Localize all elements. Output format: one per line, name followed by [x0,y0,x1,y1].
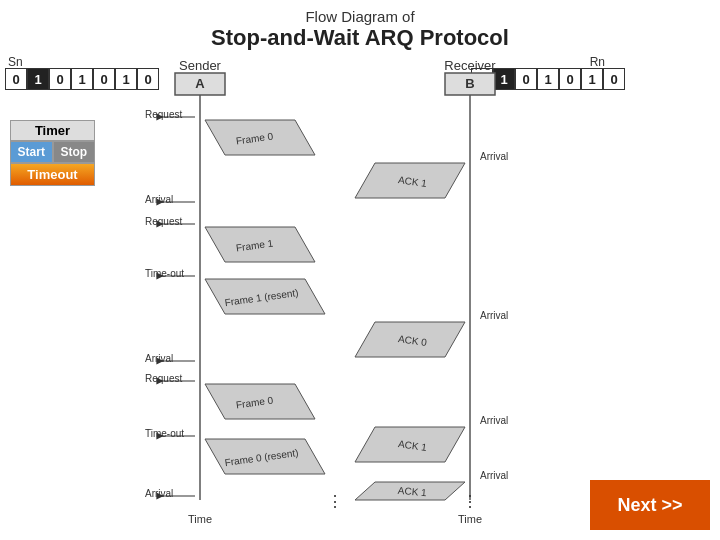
seq-box-left: 1 [27,68,49,90]
sn-label: Sn [8,55,23,69]
seq-box-left: 1 [71,68,93,90]
seq-box-right: 1 [581,68,603,90]
svg-text:Arrival: Arrival [480,415,508,426]
timeout-label: Timeout [10,163,95,186]
timer-panel: Timer Start Stop Timeout [10,120,95,186]
svg-text:Arrival: Arrival [480,470,508,481]
timer-label: Timer [10,120,95,141]
svg-text:Arrival: Arrival [480,310,508,321]
title-area: Flow Diagram of Stop-and-Wait ARQ Protoc… [0,0,720,51]
svg-text:Request: Request [145,109,182,120]
svg-text:Request: Request [145,373,182,384]
svg-text:⋮: ⋮ [327,493,343,510]
diagram-svg: Sender Receiver A B Request Frame 0 Arri… [140,55,560,525]
seq-box-right: 0 [559,68,581,90]
stop-button[interactable]: Stop [53,141,96,163]
seq-box-left: 0 [93,68,115,90]
sender-label: Sender [179,58,222,73]
svg-text:Arrival: Arrival [480,151,508,162]
svg-text:Time: Time [458,513,482,525]
seq-left: 0101010 [5,68,159,90]
seq-box-left: 0 [5,68,27,90]
receiver-label: Receiver [444,58,496,73]
svg-text:A: A [195,76,205,91]
flow-title: Flow Diagram of [0,8,720,25]
seq-box-right: 0 [603,68,625,90]
svg-text:Time: Time [188,513,212,525]
seq-box-left: 0 [49,68,71,90]
svg-text:Request: Request [145,216,182,227]
svg-text:Arrival: Arrival [145,353,173,364]
svg-text:Arrival: Arrival [145,488,173,499]
start-button[interactable]: Start [10,141,53,163]
next-button[interactable]: Next >> [590,480,710,530]
svg-text:⋮: ⋮ [462,493,478,510]
rn-label: Rn [590,55,605,69]
protocol-title: Stop-and-Wait ARQ Protocol [0,25,720,51]
svg-text:Time-out: Time-out [145,428,184,439]
svg-text:Arrival: Arrival [145,194,173,205]
svg-text:B: B [465,76,474,91]
timer-buttons: Start Stop [10,141,95,163]
seq-box-left: 1 [115,68,137,90]
svg-text:Time-out: Time-out [145,268,184,279]
